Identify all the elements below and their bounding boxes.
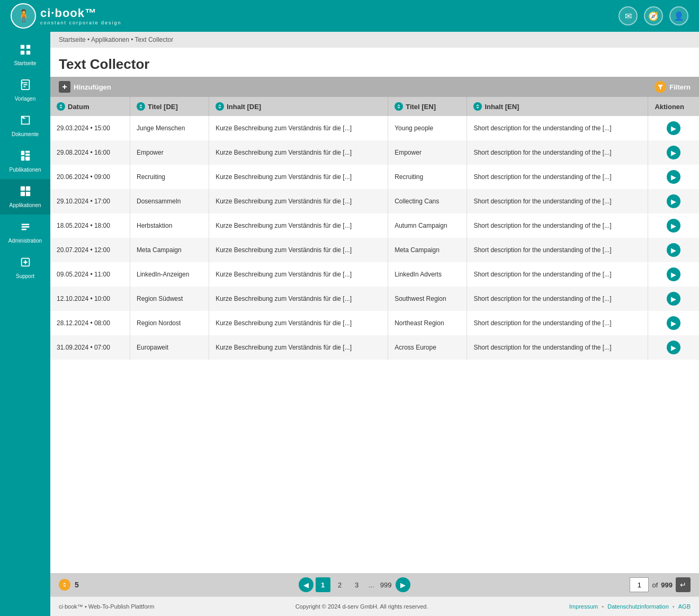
cell-inhalt-de: Kurze Beschreibung zum Verständnis für d… [209,189,388,213]
cell-datum: 28.12.2024 • 08:00 [50,311,130,335]
sidebar-item-startseite[interactable]: Startseite [0,37,50,73]
prev-page-btn[interactable]: ◀ [299,577,313,592]
goto-input[interactable] [630,577,649,592]
table-row: 20.06.2024 • 09:00RecruitingKurze Beschr… [50,165,699,189]
cell-inhalt-de: Kurze Beschreibung zum Verständnis für d… [209,116,388,140]
page-nav: ◀ 1 2 3 ... 999 ▶ [299,577,410,592]
footer-link-agb[interactable]: AGB [678,603,691,610]
page-size-value: 5 [75,581,79,589]
header-icons: ✉ 🧭 👤 [619,6,688,25]
cell-datum: 20.07.2024 • 12:00 [50,238,130,262]
sort-titel-de-icon[interactable] [137,102,145,111]
row-action-btn[interactable]: ▶ [667,292,680,306]
table-container: Datum Titel [DE] [50,97,699,573]
cell-inhalt-de: Kurze Beschreibung zum Verständnis für d… [209,165,388,189]
sidebar-item-administration[interactable]: Administration [0,215,50,250]
sidebar-item-publikationen[interactable]: Publikationen [0,144,50,179]
sort-datum-icon[interactable] [57,102,65,111]
cell-titel-de: Europaweit [130,335,209,360]
row-action-btn[interactable]: ▶ [667,219,680,233]
page-size-icon[interactable] [59,579,70,591]
svg-rect-11 [25,151,30,153]
svg-point-8 [22,82,23,84]
table-header-row: Datum Titel [DE] [50,97,699,116]
sidebar-item-applikationen[interactable]: Applikationen [0,179,50,215]
table-row: 20.07.2024 • 12:00Meta CampaignKurze Bes… [50,238,699,262]
filter-button[interactable]: Filtern [655,81,691,93]
row-action-btn[interactable]: ▶ [667,146,680,159]
cell-titel-en: Empower [388,140,467,165]
cell-action: ▶ [648,335,699,360]
breadcrumb-text: Startseite • Applikationen • Text Collec… [59,36,173,43]
sidebar-item-support[interactable]: Support [0,250,50,285]
sort-inhalt-en-icon[interactable] [473,102,482,111]
sidebar-item-dokumente[interactable]: Dokumente [0,108,50,144]
svg-rect-18 [21,224,29,226]
col-inhalt-en: Inhalt [EN] [467,97,648,116]
page-1-btn[interactable]: 1 [316,577,330,592]
cell-action: ▶ [648,140,699,165]
row-action-btn[interactable]: ▶ [667,194,680,208]
sidebar-label-startseite: Startseite [14,60,36,66]
cell-action: ▶ [648,238,699,262]
cell-datum: 18.05.2024 • 18:00 [50,213,130,238]
sidebar-label-applikationen: Applikationen [9,202,41,208]
page-2-btn[interactable]: 2 [333,577,347,592]
next-page-btn[interactable]: ▶ [396,577,410,592]
page-last-btn[interactable]: 999 [379,577,393,592]
mail-icon-btn[interactable]: ✉ [619,6,638,25]
svg-rect-3 [26,51,30,55]
content-area: Startseite • Applikationen • Text Collec… [50,32,699,616]
sort-inhalt-de-icon[interactable] [216,102,224,111]
logo-icon: 🧍 [11,3,36,29]
cell-inhalt-en: Short description for the understanding … [467,311,648,335]
sidebar-label-support: Support [16,273,34,279]
svg-rect-9 [21,151,24,155]
row-action-btn[interactable]: ▶ [667,170,680,184]
footer-sep-1: • [602,603,605,610]
cell-titel-en: Recruiting [388,165,467,189]
col-inhalt-de-label: Inhalt [DE] [227,103,261,111]
footer: ci·book™ • Web-To-Publish Plattform Copy… [50,596,699,616]
add-button[interactable]: Hinzufügen [59,81,111,93]
svg-rect-2 [20,51,24,55]
row-action-btn[interactable]: ▶ [667,341,680,354]
footer-link-impressum[interactable]: Impressum [569,603,598,610]
footer-link-datenschutz[interactable]: Datenschutzinformation [607,603,669,610]
goto-of-label: of [652,581,658,589]
user-icon-btn[interactable]: 👤 [669,6,688,25]
sidebar-label-administration: Administration [8,238,42,244]
sidebar-item-vorlagen[interactable]: Vorlagen [0,73,50,108]
compass-icon-btn[interactable]: 🧭 [644,6,663,25]
table-row: 31.09.2024 • 07:00EuropaweitKurze Beschr… [50,335,699,360]
logo-name: ci·book™ [40,6,97,20]
sidebar-label-vorlagen: Vorlagen [15,96,35,102]
table-row: 18.05.2024 • 18:00HerbstaktionKurze Besc… [50,213,699,238]
sidebar-label-publikationen: Publikationen [9,167,41,173]
page-dots: ... [366,581,377,589]
goto-enter-btn[interactable]: ↵ [676,577,691,592]
cell-inhalt-en: Short description for the understanding … [467,238,648,262]
page-title-bar: Text Collector [50,48,699,77]
page-3-btn[interactable]: 3 [350,577,364,592]
row-action-btn[interactable]: ▶ [667,121,680,135]
cell-inhalt-en: Short description for the understanding … [467,287,648,311]
svg-rect-20 [21,229,26,230]
cell-action: ▶ [648,189,699,213]
data-table: Datum Titel [DE] [50,97,699,360]
cell-titel-de: Recruiting [130,165,209,189]
sidebar: Startseite Vorlagen Dokumente Publikatio… [0,32,50,616]
row-action-btn[interactable]: ▶ [667,267,680,281]
row-action-btn[interactable]: ▶ [667,243,680,257]
row-action-btn[interactable]: ▶ [667,316,680,330]
applikationen-icon [20,185,31,200]
cell-datum: 12.10.2024 • 10:00 [50,287,130,311]
sort-titel-en-icon[interactable] [395,102,403,111]
svg-rect-13 [25,157,30,160]
cell-titel-en: LinkedIn Adverts [388,262,467,287]
cell-inhalt-de: Kurze Beschreibung zum Verständnis für d… [209,335,388,360]
cell-action: ▶ [648,262,699,287]
cell-inhalt-en: Short description for the understanding … [467,140,648,165]
cell-action: ▶ [648,287,699,311]
table-row: 29.10.2024 • 17:00DosensammelnKurze Besc… [50,189,699,213]
